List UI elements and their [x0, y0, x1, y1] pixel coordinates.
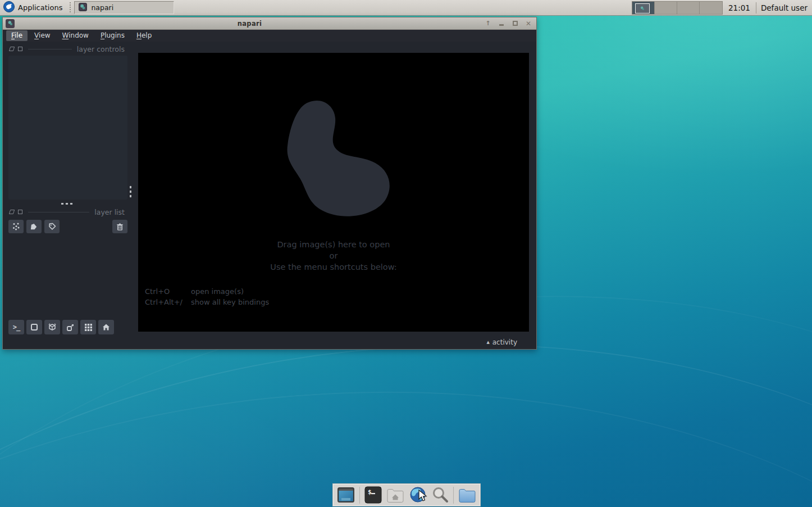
- dock-separator: [453, 487, 454, 504]
- taskbar-window-label: napari: [91, 3, 113, 12]
- file-manager-folder-icon: [458, 487, 477, 504]
- dock-separator: [359, 487, 360, 504]
- tag-icon: [48, 222, 57, 231]
- console-icon: >_: [13, 323, 20, 331]
- menu-view[interactable]: View: [29, 30, 55, 41]
- shortcut-row: Ctrl+Oopen image(s): [145, 287, 269, 297]
- layer-controls-panel: [8, 56, 127, 200]
- hint-line-menu: Use the menu shortcuts below:: [138, 261, 529, 273]
- menu-file[interactable]: File: [6, 30, 28, 41]
- console-button[interactable]: >_: [8, 320, 24, 334]
- desktop-icon: [336, 486, 355, 504]
- canvas-hint-text: Drag image(s) here to open or Use the me…: [138, 239, 529, 273]
- new-labels-layer-button[interactable]: [44, 220, 60, 233]
- new-shapes-layer-button[interactable]: [26, 220, 42, 233]
- xfce-menu-icon: [3, 1, 15, 14]
- header-divider: [28, 49, 72, 49]
- activity-button[interactable]: activity: [492, 338, 517, 346]
- status-bar: ▲ activity: [3, 336, 536, 349]
- user-menu[interactable]: Default user: [756, 3, 812, 12]
- applications-menu-button[interactable]: Applications: [0, 0, 68, 15]
- delete-layer-button[interactable]: [112, 220, 127, 233]
- workspace-window-thumbnail: [635, 3, 650, 13]
- points-icon: [12, 222, 21, 231]
- trash-icon: [116, 223, 124, 231]
- top-panel: Applications napari 21:01 Default user: [0, 0, 812, 16]
- workspace-3[interactable]: [677, 2, 700, 14]
- workspace-4[interactable]: [700, 2, 722, 14]
- menu-help[interactable]: Help: [131, 30, 157, 41]
- float-panel-icon[interactable]: [9, 210, 15, 214]
- shortcut-keys: Ctrl+O: [145, 287, 191, 297]
- layer-list-title: layer list: [94, 208, 125, 216]
- home-folder-icon: [386, 487, 405, 504]
- new-points-layer-button[interactable]: [8, 220, 24, 233]
- layer-controls-title: layer controls: [77, 45, 125, 53]
- layer-list-header: layer list: [10, 207, 125, 216]
- shortcut-hints: Ctrl+Oopen image(s) Ctrl+Alt+/show all k…: [145, 287, 269, 307]
- home-folder-launcher[interactable]: [385, 485, 406, 505]
- header-divider: [28, 212, 89, 212]
- napari-app-icon: [6, 19, 15, 28]
- panel-clock[interactable]: 21:01: [723, 3, 756, 12]
- layer-buttons-row: [8, 220, 127, 233]
- shortcut-action: show all key bindings: [191, 298, 269, 306]
- terminal-launcher[interactable]: $: [363, 485, 384, 505]
- viewer-canvas[interactable]: Drag image(s) here to open or Use the me…: [138, 53, 529, 332]
- app-finder-launcher[interactable]: [430, 485, 450, 505]
- home-icon: [102, 323, 111, 332]
- taskbar-button-napari[interactable]: napari: [74, 1, 174, 14]
- menu-plugins[interactable]: Plugins: [95, 30, 130, 41]
- viewer-buttons-row: >_: [8, 320, 114, 334]
- desktop-launcher[interactable]: [336, 485, 357, 505]
- grid-view-button[interactable]: [80, 320, 96, 334]
- minimize-button[interactable]: [498, 20, 505, 27]
- workspace-pager[interactable]: [632, 1, 723, 15]
- activity-expand-icon: ▲: [486, 340, 489, 345]
- terminal-icon: $: [364, 486, 382, 504]
- hide-panel-icon[interactable]: [18, 47, 22, 51]
- menu-bar: File View Window Plugins Help: [3, 30, 536, 42]
- shade-window-button[interactable]: ↑: [485, 20, 491, 27]
- workspace-1-active[interactable]: [632, 2, 655, 14]
- window-titlebar[interactable]: napari ↑ ✕: [3, 17, 536, 30]
- grid-icon: [84, 323, 93, 332]
- roll-dimensions-button[interactable]: [44, 320, 60, 334]
- workspace-2[interactable]: [655, 2, 677, 14]
- shortcut-row: Ctrl+Alt+/show all key bindings: [145, 297, 269, 308]
- maximize-button[interactable]: [512, 20, 518, 27]
- shapes-icon: [30, 223, 38, 231]
- transpose-dimensions-button[interactable]: [62, 320, 78, 334]
- file-manager-launcher[interactable]: [457, 485, 477, 505]
- panel-drag-handle[interactable]: [69, 2, 72, 13]
- left-dock-panel: layer controls layer list: [3, 42, 138, 336]
- hide-panel-icon[interactable]: [18, 210, 22, 214]
- window-title: napari: [15, 20, 485, 28]
- menu-window[interactable]: Window: [57, 30, 94, 41]
- layer-controls-header: layer controls: [10, 44, 125, 53]
- square-2d-icon: [30, 323, 39, 332]
- svg-text:$: $: [368, 488, 372, 496]
- bottom-launcher-dock: $: [332, 483, 481, 506]
- float-panel-icon[interactable]: [9, 47, 15, 51]
- vertical-splitter-handle[interactable]: [129, 185, 132, 198]
- napari-window: napari ↑ ✕ File View Window Plugins Help…: [2, 17, 537, 350]
- hint-line-or: or: [138, 250, 529, 261]
- applications-label: Applications: [18, 3, 62, 12]
- hint-line-open: Drag image(s) here to open: [138, 239, 529, 250]
- shortcut-keys: Ctrl+Alt+/: [145, 297, 191, 308]
- horizontal-splitter-handle[interactable]: [60, 202, 74, 205]
- shortcut-action: open image(s): [191, 287, 244, 296]
- close-button[interactable]: ✕: [525, 20, 532, 27]
- search-magnifier-icon: [431, 486, 450, 505]
- home-reset-view-button[interactable]: [98, 320, 114, 334]
- napari-app-icon: [79, 3, 87, 13]
- toggle-2d-3d-button[interactable]: [26, 320, 42, 334]
- cube-roll-icon: [47, 322, 57, 332]
- transpose-icon: [66, 323, 75, 332]
- mouse-cursor: [418, 490, 429, 504]
